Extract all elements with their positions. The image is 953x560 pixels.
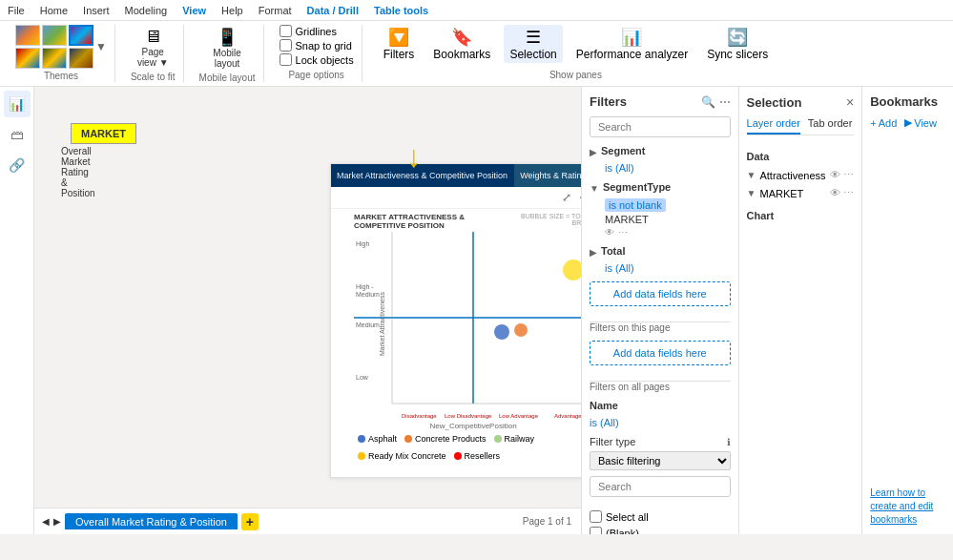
filters-title: Filters [590, 94, 627, 109]
selection-dots-icon-1[interactable]: ⋯ [843, 169, 854, 181]
theme-2[interactable] [42, 25, 67, 46]
menu-home[interactable]: Home [40, 5, 68, 16]
filters-search-input[interactable] [590, 116, 731, 137]
bubble-blue[interactable] [494, 324, 509, 340]
svg-text:Low Disadvantage: Low Disadvantage [445, 413, 492, 419]
sidebar-data-icon[interactable]: 🗃 [4, 121, 31, 148]
snap-to-grid-input[interactable] [280, 39, 292, 52]
svg-text:Medium: Medium [356, 291, 380, 298]
filter-segmenttype-expand[interactable]: ▼ [590, 183, 599, 194]
visual-tabs: Market Attractiveness & Competitive Posi… [331, 164, 581, 187]
menu-view[interactable]: View [182, 5, 206, 16]
filter-list-search-input[interactable] [590, 476, 731, 497]
selection-title: Selection [747, 95, 802, 110]
theme-5[interactable] [42, 48, 67, 69]
bubble-yellow[interactable] [563, 259, 581, 280]
selection-subtab-tab-order[interactable]: Tab order [808, 117, 852, 135]
menu-table-tools[interactable]: Table tools [374, 5, 428, 16]
visual-tab-attractiveness[interactable]: Market Attractiveness & Competitive Posi… [331, 164, 514, 187]
gridlines-input[interactable] [280, 25, 292, 37]
visual-focus-btn[interactable]: ⤢ [560, 189, 573, 206]
filter-segment-expand[interactable]: ▶ [590, 147, 597, 157]
filter-checkbox-select-all[interactable] [590, 510, 602, 523]
bookmarks-view-btn[interactable]: ▶ View [904, 116, 937, 129]
theme-1[interactable] [15, 25, 40, 46]
filters-search-icon[interactable]: 🔍 [701, 95, 715, 109]
selection-close-btn[interactable]: × [846, 94, 854, 110]
bubble-orange[interactable] [514, 323, 528, 337]
bookmarks-add-icon: + [870, 117, 876, 129]
menu-modeling[interactable]: Modeling [125, 5, 168, 16]
market-sublabel: Overall Market Rating & Position [61, 146, 95, 198]
visual-more-btn[interactable]: ⋯ [577, 189, 581, 206]
themes-chevron[interactable]: ▼ [95, 40, 107, 53]
filter-total-expand[interactable]: ▶ [590, 247, 597, 258]
selection-market-label: MARKET [756, 188, 830, 199]
filter-market-value: MARKET [590, 214, 731, 225]
scatter-chart: High High - Medium Medium Low Disadvanta… [354, 232, 581, 423]
page-options-label: Page options [288, 70, 343, 82]
selection-item-attractiveness[interactable]: ▼ Attractiveness 👁 ⋯ [747, 166, 855, 184]
page-options-group: Gridlines Snap to grid Lock objects Page… [272, 25, 363, 82]
selection-subtab-layer-order[interactable]: Layer order [747, 117, 800, 135]
filter-type-select[interactable]: Basic filtering [590, 451, 731, 470]
filters-btn[interactable]: 🔽 Filters [378, 25, 421, 63]
theme-4[interactable] [15, 48, 40, 69]
add-data-fields-btn-1[interactable]: Add data fields here [590, 281, 731, 306]
selection-btn[interactable]: ☰ Selection [504, 25, 562, 63]
page-view-btn[interactable]: 🖥 Page view ▼ [132, 25, 175, 70]
filter-type-select-container: Basic filtering [590, 451, 731, 470]
filter-total-value: is (All) [590, 262, 731, 274]
mobile-layout-btn[interactable]: 📱 Mobile layout [207, 25, 246, 71]
filters-more-icon[interactable]: ⋯ [719, 95, 731, 109]
mobile-group: 📱 Mobile layout Mobile layout [192, 25, 264, 82]
menu-format[interactable]: Format [259, 5, 292, 16]
bookmarks-help-link[interactable]: Learn how to create and edit bookmarks [870, 487, 945, 527]
theme-3[interactable] [69, 25, 93, 46]
gridlines-checkbox[interactable]: Gridlines [280, 25, 337, 37]
sidebar-report-icon[interactable]: 📊 [4, 91, 31, 117]
page-tab-overall[interactable]: Overall Market Rating & Position [65, 513, 238, 529]
next-page-btn[interactable]: ▶ [53, 516, 61, 527]
filter-type-help-icon[interactable]: ℹ [727, 437, 731, 447]
selection-item-market[interactable]: ▼ MARKET 👁 ⋯ [747, 184, 855, 202]
themes-group: ▼ Themes [8, 25, 115, 82]
performance-analyzer-btn[interactable]: 📊 Performance analyzer [570, 25, 694, 63]
scale-group: 🖥 Page view ▼ Scale to fit [123, 25, 184, 82]
selection-attractiveness-label: Attractiveness [756, 170, 830, 181]
menu-help[interactable]: Help [221, 5, 243, 16]
chart-title: MARKET ATTRACTIVENESS & COMPETITIVE POSI… [354, 213, 507, 230]
scale-label: Scale to fit [131, 72, 176, 84]
bookmarks-add-btn[interactable]: + Add [870, 116, 897, 129]
selection-eye-icon-1[interactable]: 👁 [830, 169, 840, 181]
lock-objects-input[interactable] [280, 53, 292, 66]
filter-type-row: Filter type ℹ [590, 436, 731, 447]
filter-eye-icon[interactable]: 👁 [605, 227, 614, 238]
bookmarks-view-label: View [914, 117, 937, 129]
add-page-btn[interactable]: + [241, 513, 259, 530]
filter-segmenttype-header: ▼ SegmentType [590, 181, 731, 195]
chart-subtitle: BUBBLE SIZE = TOTAL BRINE [507, 213, 581, 226]
sync-slicers-btn[interactable]: 🔄 Sync slicers [701, 25, 774, 63]
add-data-fields-btn-2[interactable]: Add data fields here [590, 341, 731, 365]
filter-type-label: Filter type [590, 436, 635, 447]
menu-insert[interactable]: Insert [83, 5, 110, 16]
filter-checkbox-blank[interactable] [590, 527, 602, 534]
filter-dots-icon[interactable]: ⋯ [618, 227, 628, 238]
selection-data-section: Data ▼ Attractiveness 👁 ⋯ ▼ MARKET 👁 ⋯ [747, 151, 855, 202]
menu-data-drill[interactable]: Data / Drill [307, 5, 359, 16]
bookmarks-btn[interactable]: 🔖 Bookmarks [427, 25, 496, 63]
legend-resellers: Resellers [454, 451, 501, 461]
selection-eye-icon-2[interactable]: 👁 [830, 187, 840, 199]
snap-to-grid-checkbox[interactable]: Snap to grid [280, 39, 352, 52]
visual-card: Market Attractiveness & Competitive Posi… [330, 163, 581, 478]
selection-attractiveness-icons: 👁 ⋯ [830, 169, 854, 181]
menu-file[interactable]: File [8, 5, 25, 16]
lock-objects-checkbox[interactable]: Lock objects [280, 53, 354, 66]
sidebar-model-icon[interactable]: 🔗 [4, 152, 31, 178]
prev-page-btn[interactable]: ◀ [42, 516, 50, 527]
filter-total-title: Total [601, 245, 625, 257]
selection-dots-icon-2[interactable]: ⋯ [843, 187, 854, 199]
visual-tab-weights[interactable]: Weights & Ratings [514, 164, 581, 187]
theme-6[interactable] [69, 48, 93, 69]
